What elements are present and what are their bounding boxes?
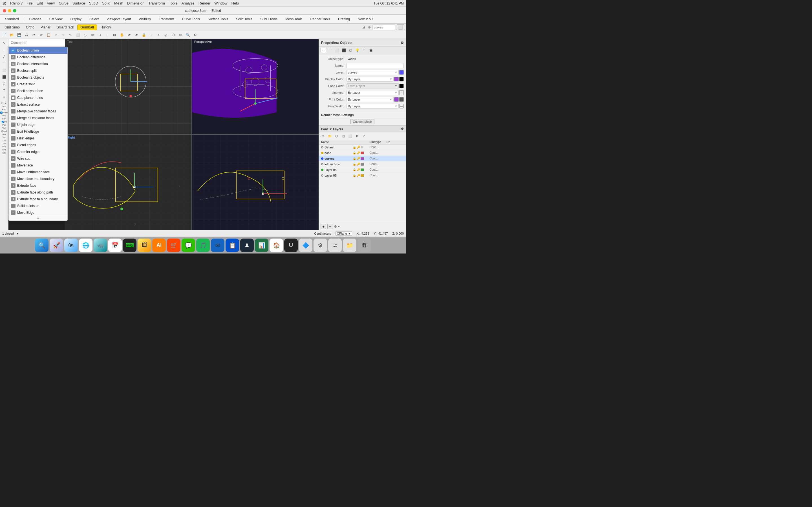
obj-solid-icon[interactable]: ⬛ (341, 48, 347, 53)
dock-misc2[interactable]: 🗂 (328, 238, 342, 252)
snap-knot[interactable]: Knot (2, 133, 6, 135)
dock-terminal[interactable]: ⌨ (123, 238, 137, 252)
tab-setview[interactable]: Set View (46, 16, 65, 22)
menu-move-face-boundary[interactable]: ↕ Move face to a boundary (9, 175, 67, 182)
layer-dropdown[interactable]: curves ▼ (347, 70, 399, 75)
menu-wire-cut[interactable]: ✂ Wire cut (9, 155, 67, 162)
tab-cplanes[interactable]: CPanes (27, 16, 44, 22)
dock-excel[interactable]: 📊 (255, 238, 268, 252)
menu-create-solid[interactable]: ■ Create solid (9, 81, 67, 88)
copy-icon[interactable]: ⧉ (38, 32, 45, 38)
solid-tool[interactable]: ⬛ (1, 74, 8, 80)
dock-calendar[interactable]: 📅 (108, 238, 122, 252)
menu-edit[interactable]: Edit (37, 1, 43, 5)
snap-pro[interactable]: Pro (2, 145, 6, 148)
layer-row-loft[interactable]: loft surface 🔒 🔑 Conti... (319, 161, 406, 167)
layer-icon-layers[interactable]: ≡ (320, 133, 326, 139)
dock-wechat[interactable]: 💬 (182, 238, 195, 252)
snap-on[interactable]: On (3, 139, 6, 142)
dock-spotify[interactable]: 🎵 (196, 238, 210, 252)
dock-mail[interactable]: ✉ (211, 238, 224, 252)
snap-one[interactable]: One (2, 105, 6, 108)
layer-icon-cube[interactable]: ◻ (340, 133, 347, 139)
obj-annotation-icon[interactable]: T (361, 48, 367, 53)
snap-per[interactable]: Per (2, 124, 6, 126)
tab-select[interactable]: Select (87, 16, 101, 22)
menu-unjoin-edge[interactable]: ↔ Unjoin edge (9, 121, 67, 128)
snap-ons[interactable]: OnS (2, 142, 6, 145)
menu-boolean-difference[interactable]: ⊖ Boolean difference (9, 54, 67, 61)
dock-rhino[interactable]: 🦏 (94, 238, 107, 252)
menu-rhino[interactable]: Rhino 7 (10, 1, 23, 5)
viewport-right[interactable]: Right (65, 135, 192, 230)
dock-steam[interactable]: ♟ (240, 238, 254, 252)
print-icon[interactable]: 🖨 (23, 32, 30, 38)
btn-ortho[interactable]: Ortho (23, 25, 37, 30)
dock-rhino2[interactable]: 🔷 (299, 238, 312, 252)
undo-icon[interactable]: ↩ (52, 32, 59, 38)
menu-extrude-face-path[interactable]: ⬆ Extrude face along path (9, 189, 67, 196)
tab-solid-tools[interactable]: Solid Tools (233, 16, 255, 22)
dock-finder2[interactable]: 🏠 (269, 238, 283, 252)
point-tool[interactable]: · (1, 47, 8, 53)
circle-icon[interactable]: ○ (155, 32, 162, 38)
dock-illustrator[interactable]: Ai (152, 238, 166, 252)
snap-near[interactable]: Near (0, 111, 8, 114)
menu-solid[interactable]: Solid (102, 1, 110, 5)
custom-mesh-button[interactable]: Custom Mesh (350, 119, 375, 124)
lock-icon[interactable]: 🔒 (140, 32, 147, 38)
tab-standard[interactable]: Standard (2, 16, 22, 22)
maximize-button[interactable] (13, 9, 16, 12)
close-button[interactable] (3, 9, 6, 12)
menu-merge-all-coplanar[interactable]: ⊔ Merge all coplanar faces (9, 115, 67, 121)
dock-misc1[interactable]: ⚙ (313, 238, 327, 252)
tab-visibility[interactable]: Visibility (136, 16, 154, 22)
menu-merge-two-coplanar[interactable]: ⊔ Merge two coplanar faces (9, 108, 67, 115)
menu-tools[interactable]: Tools (169, 1, 177, 5)
search-magnify-icon[interactable]: 🔍 (185, 32, 191, 38)
cplane-dropdown[interactable]: CPlane ▼ (336, 231, 352, 236)
layer-icon-monitor[interactable]: 🖥 (354, 133, 360, 139)
near-checkbox[interactable] (0, 112, 3, 114)
menu-chamfer-edges[interactable]: ◇ Chamfer edges (9, 149, 67, 155)
add-layer-button[interactable]: + (320, 224, 326, 229)
obj-surface-icon[interactable]: ⬜ (334, 48, 340, 53)
btn-smarttrack[interactable]: SmartTrack (54, 25, 77, 30)
layer-row-05[interactable]: Layer 05 🔒 🔑 Conti... (319, 173, 406, 178)
btn-planar[interactable]: Planar (38, 25, 53, 30)
menu-window[interactable]: Window (214, 1, 227, 5)
btn-history[interactable]: History (98, 25, 114, 30)
dock-launchpad[interactable]: 🚀 (50, 238, 63, 252)
viewport-front[interactable] (192, 135, 319, 230)
menu-file[interactable]: File (27, 1, 33, 5)
dock-chrome[interactable]: 🌐 (79, 238, 93, 252)
name-input[interactable] (347, 63, 404, 68)
btn-grid-snap[interactable]: Grid Snap (2, 25, 22, 30)
panel-toggle-icon[interactable]: ⬜ (397, 24, 404, 30)
linetype-dropdown[interactable]: By Layer ▼ (347, 90, 399, 95)
btn-gumball[interactable]: Gumball (77, 24, 97, 30)
menu-subd[interactable]: SubD (89, 1, 98, 5)
menu-extrude-face-boundary[interactable]: ⬆ Extrude face to a boundary (9, 196, 67, 203)
tab-viewport-layout[interactable]: Viewport Layout (104, 16, 134, 22)
layer-row-04[interactable]: Layer 04 🔒 🔑 Conti... (319, 167, 406, 173)
obj-curve-icon[interactable]: ⌒ (327, 48, 333, 53)
menu-boolean-intersection[interactable]: ⊗ Boolean intersection (9, 61, 67, 67)
menu-dimension[interactable]: Dimension (127, 1, 144, 5)
line-tool[interactable]: ╱ (1, 54, 8, 60)
tab-render-tools[interactable]: Render Tools (308, 16, 333, 22)
tab-subd-tools[interactable]: SubD Tools (257, 16, 280, 22)
dock-misc3[interactable]: 📁 (343, 238, 356, 252)
dock-finder[interactable]: 🔍 (35, 238, 49, 252)
select-icon[interactable]: ↖ (67, 32, 74, 38)
menu-analyze[interactable]: Analyze (181, 1, 194, 5)
menu-solid-points-on[interactable]: · Solid points on (9, 203, 67, 209)
dock-trello[interactable]: 📋 (225, 238, 239, 252)
snap-mic[interactable]: Mic (2, 114, 6, 117)
dock-app-store[interactable]: 🛍 (64, 238, 78, 252)
snap-ver[interactable]: Ver (2, 136, 6, 138)
menu-expand-button[interactable]: ▼ (9, 216, 67, 221)
snap-tan[interactable]: Tan (2, 127, 6, 129)
settings-icon[interactable]: ⚙ (192, 32, 199, 38)
menu-mesh[interactable]: Mesh (114, 1, 123, 5)
